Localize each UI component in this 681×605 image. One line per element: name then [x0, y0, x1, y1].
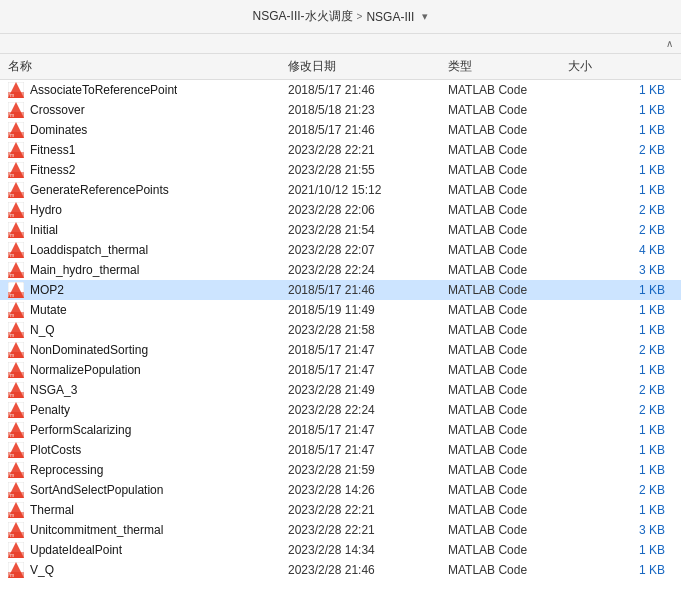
file-name-label: Reprocessing [30, 463, 103, 477]
table-row[interactable]: m V_Q 2023/2/28 21:46 MATLAB Code 1 KB [0, 560, 681, 580]
column-size-header[interactable]: 大小 [568, 58, 673, 75]
table-row[interactable]: m N_Q 2023/2/28 21:58 MATLAB Code 1 KB [0, 320, 681, 340]
svg-text:m: m [10, 452, 14, 458]
table-row[interactable]: m Penalty 2023/2/28 22:24 MATLAB Code 2 … [0, 400, 681, 420]
file-name-cell: m Initial [8, 222, 288, 238]
file-type-cell: MATLAB Code [448, 423, 568, 437]
column-type-header[interactable]: 类型 [448, 58, 568, 75]
table-row[interactable]: m MOP2 2018/5/17 21:46 MATLAB Code 1 KB [0, 280, 681, 300]
svg-text:m: m [10, 432, 14, 438]
svg-text:m: m [10, 292, 14, 298]
matlab-file-icon: m [8, 362, 24, 378]
matlab-file-icon: m [8, 82, 24, 98]
file-type-cell: MATLAB Code [448, 83, 568, 97]
file-type-cell: MATLAB Code [448, 183, 568, 197]
file-size-cell: 4 KB [568, 243, 673, 257]
matlab-file-icon: m [8, 242, 24, 258]
matlab-file-icon: m [8, 182, 24, 198]
table-row[interactable]: m GenerateReferencePoints 2021/10/12 15:… [0, 180, 681, 200]
file-name-cell: m Thermal [8, 502, 288, 518]
file-size-cell: 1 KB [568, 123, 673, 137]
matlab-file-icon: m [8, 542, 24, 558]
file-size-cell: 1 KB [568, 283, 673, 297]
file-size-cell: 1 KB [568, 443, 673, 457]
table-row[interactable]: m UpdateIdealPoint 2023/2/28 14:34 MATLA… [0, 540, 681, 560]
matlab-file-icon: m [8, 202, 24, 218]
file-name-label: AssociateToReferencePoint [30, 83, 177, 97]
table-row[interactable]: m Hydro 2023/2/28 22:06 MATLAB Code 2 KB [0, 200, 681, 220]
matlab-file-icon: m [8, 102, 24, 118]
file-size-cell: 2 KB [568, 343, 673, 357]
file-name-label: Dominates [30, 123, 87, 137]
svg-text:m: m [10, 512, 14, 518]
file-name-cell: m Loaddispatch_thermal [8, 242, 288, 258]
file-size-cell: 1 KB [568, 503, 673, 517]
file-type-cell: MATLAB Code [448, 403, 568, 417]
table-row[interactable]: m Fitness2 2023/2/28 21:55 MATLAB Code 1… [0, 160, 681, 180]
column-name-header[interactable]: 名称 [8, 58, 288, 75]
svg-text:m: m [10, 272, 14, 278]
file-size-cell: 2 KB [568, 403, 673, 417]
file-date-cell: 2018/5/17 21:47 [288, 343, 448, 357]
table-row[interactable]: m Mutate 2018/5/19 11:49 MATLAB Code 1 K… [0, 300, 681, 320]
file-explorer-window: NSGA-III-水火调度 > NSGA-III ▾ ∧ 名称 修改日期 类型 … [0, 0, 681, 605]
file-type-cell: MATLAB Code [448, 123, 568, 137]
file-name-label: Loaddispatch_thermal [30, 243, 148, 257]
file-name-cell: m Mutate [8, 302, 288, 318]
matlab-file-icon: m [8, 422, 24, 438]
file-date-cell: 2018/5/17 21:47 [288, 363, 448, 377]
file-date-cell: 2023/2/28 21:54 [288, 223, 448, 237]
file-name-cell: m Unitcommitment_thermal [8, 522, 288, 538]
file-name-label: Fitness1 [30, 143, 75, 157]
sort-arrow-icon[interactable]: ∧ [666, 38, 673, 49]
table-row[interactable]: m AssociateToReferencePoint 2018/5/17 21… [0, 80, 681, 100]
table-row[interactable]: m SortAndSelectPopulation 2023/2/28 14:2… [0, 480, 681, 500]
table-row[interactable]: m Unitcommitment_thermal 2023/2/28 22:21… [0, 520, 681, 540]
table-row[interactable]: m Reprocessing 2023/2/28 21:59 MATLAB Co… [0, 460, 681, 480]
file-name-label: Thermal [30, 503, 74, 517]
file-date-cell: 2023/2/28 22:21 [288, 503, 448, 517]
breadcrumb-dropdown-icon[interactable]: ▾ [422, 10, 428, 23]
table-row[interactable]: m Initial 2023/2/28 21:54 MATLAB Code 2 … [0, 220, 681, 240]
table-row[interactable]: m Dominates 2018/5/17 21:46 MATLAB Code … [0, 120, 681, 140]
svg-text:m: m [10, 472, 14, 478]
file-date-cell: 2018/5/17 21:46 [288, 83, 448, 97]
file-size-cell: 1 KB [568, 103, 673, 117]
file-name-cell: m Crossover [8, 102, 288, 118]
table-row[interactable]: m Crossover 2018/5/18 21:23 MATLAB Code … [0, 100, 681, 120]
matlab-file-icon: m [8, 482, 24, 498]
table-row[interactable]: m Loaddispatch_thermal 2023/2/28 22:07 M… [0, 240, 681, 260]
breadcrumb-separator: > [357, 11, 363, 22]
file-date-cell: 2023/2/28 22:24 [288, 403, 448, 417]
table-row[interactable]: m NSGA_3 2023/2/28 21:49 MATLAB Code 2 K… [0, 380, 681, 400]
column-date-header[interactable]: 修改日期 [288, 58, 448, 75]
file-date-cell: 2023/2/28 22:21 [288, 523, 448, 537]
table-row[interactable]: m Fitness1 2023/2/28 22:21 MATLAB Code 2… [0, 140, 681, 160]
table-row[interactable]: m PerformScalarizing 2018/5/17 21:47 MAT… [0, 420, 681, 440]
table-row[interactable]: m Main_hydro_thermal 2023/2/28 22:24 MAT… [0, 260, 681, 280]
svg-text:m: m [10, 532, 14, 538]
svg-text:m: m [10, 392, 14, 398]
table-row[interactable]: m Thermal 2023/2/28 22:21 MATLAB Code 1 … [0, 500, 681, 520]
file-name-cell: m GenerateReferencePoints [8, 182, 288, 198]
file-type-cell: MATLAB Code [448, 383, 568, 397]
file-name-label: NonDominatedSorting [30, 343, 148, 357]
file-name-cell: m N_Q [8, 322, 288, 338]
table-row[interactable]: m PlotCosts 2018/5/17 21:47 MATLAB Code … [0, 440, 681, 460]
file-date-cell: 2023/2/28 22:24 [288, 263, 448, 277]
file-size-cell: 1 KB [568, 163, 673, 177]
file-type-cell: MATLAB Code [448, 543, 568, 557]
file-date-cell: 2023/2/28 21:59 [288, 463, 448, 477]
file-list-container[interactable]: 名称 修改日期 类型 大小 m AssociateToReferencePoin… [0, 54, 681, 605]
table-row[interactable]: m NormalizePopulation 2018/5/17 21:47 MA… [0, 360, 681, 380]
file-name-label: PerformScalarizing [30, 423, 131, 437]
svg-text:m: m [10, 332, 14, 338]
table-row[interactable]: m NonDominatedSorting 2018/5/17 21:47 MA… [0, 340, 681, 360]
svg-text:m: m [10, 372, 14, 378]
file-name-cell: m NonDominatedSorting [8, 342, 288, 358]
file-size-cell: 1 KB [568, 423, 673, 437]
file-type-cell: MATLAB Code [448, 163, 568, 177]
file-name-label: Penalty [30, 403, 70, 417]
svg-text:m: m [10, 252, 14, 258]
file-type-cell: MATLAB Code [448, 363, 568, 377]
